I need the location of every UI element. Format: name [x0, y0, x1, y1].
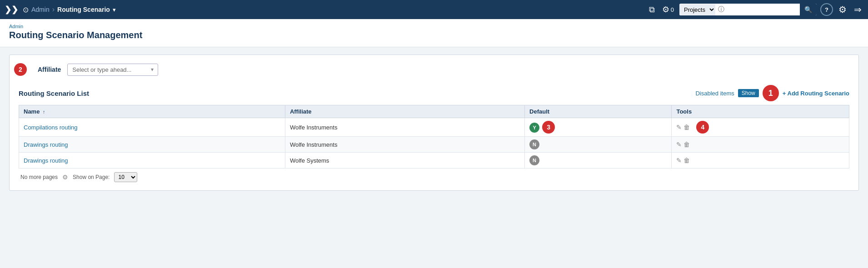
page-header: Admin Routing Scenario Management [0, 19, 868, 47]
main-content: 2 Affiliate Select or type ahead... ▾ Ro… [0, 47, 868, 198]
loading-gear-icon: ⚙ [62, 174, 68, 181]
breadcrumb-separator: › [52, 5, 55, 14]
affiliate-filter-row: 2 Affiliate Select or type ahead... ▾ [19, 63, 849, 76]
settings-icon-btn[interactable]: ⚙ [837, 2, 848, 17]
help-icon-btn[interactable]: ? [820, 3, 833, 16]
add-routing-scenario-btn[interactable]: + Add Routing Scenario [783, 90, 849, 97]
table-row: Compilations routingWolfe InstrumentsY3✎… [19, 118, 849, 137]
cell-name: Drawings routing [19, 137, 285, 153]
app-logo[interactable]: ❯❯ [5, 5, 18, 15]
admin-globe-icon: ⊙ [23, 5, 29, 14]
search-info-icon: ⓘ [715, 5, 727, 14]
gear-count: 0 [671, 6, 674, 13]
cell-name: Drawings routing [19, 153, 285, 169]
search-button[interactable]: 🔍 [800, 4, 817, 15]
status-badge-no: N [529, 155, 539, 165]
affiliate-label: Affiliate [38, 66, 61, 73]
search-scope-select[interactable]: Projects [679, 4, 715, 15]
cell-tools: ✎🗑 [672, 153, 849, 169]
col-header-default: Default [525, 105, 672, 118]
status-badge-no: N [529, 139, 539, 149]
gear-icon: ⚙ [662, 5, 669, 15]
delete-icon-btn[interactable]: 🗑 [683, 124, 690, 131]
col-header-name[interactable]: Name ↑ [19, 105, 285, 118]
cell-default: Y3 [525, 118, 672, 137]
show-disabled-btn[interactable]: Show [738, 89, 759, 97]
edit-icon-btn[interactable]: ✎ [676, 157, 682, 164]
table-footer: No more pages ⚙ Show on Page: 10 25 50 1… [19, 169, 849, 182]
col-header-tools: Tools [672, 105, 849, 118]
nav-right-controls: ⧉ ⚙ 0 Projects ⓘ 🔍 ? ⚙ ⇒ [647, 2, 863, 17]
edit-icon-btn[interactable]: ✎ [676, 141, 682, 148]
col-header-affiliate: Affiliate [285, 105, 524, 118]
delete-icon-btn[interactable]: 🗑 [683, 157, 690, 164]
delete-icon-btn[interactable]: 🗑 [683, 141, 690, 148]
table-row: Drawings routingWolfe InstrumentsN✎🗑 [19, 137, 849, 153]
top-navigation: ❯❯ ⊙ Admin › Routing Scenario ▾ ⧉ ⚙ 0 Pr… [0, 0, 868, 19]
list-header-row: Routing Scenario List Disabled items Sho… [19, 85, 849, 101]
cell-affiliate: Wolfe Instruments [285, 118, 524, 137]
status-badge-yes: Y [529, 123, 539, 133]
step-badge-1: 1 [763, 85, 779, 101]
sort-icon: ↑ [43, 109, 45, 114]
table-header-row: Name ↑ Affiliate Default Tools [19, 105, 849, 118]
cell-affiliate: Wolfe Systems [285, 153, 524, 169]
edit-icon-btn[interactable]: ✎ [676, 124, 682, 131]
cell-default: N [525, 153, 672, 169]
routing-scenario-table: Name ↑ Affiliate Default Tools Compilati… [19, 105, 849, 169]
cell-name: Compilations routing [19, 118, 285, 137]
search-input[interactable] [727, 5, 800, 15]
affiliate-select[interactable]: Select or type ahead... [67, 64, 158, 76]
page-title-nav: Routing Scenario [57, 6, 110, 13]
search-area: Projects ⓘ 🔍 [679, 4, 817, 15]
cell-tools: ✎🗑4 [672, 118, 849, 137]
affiliate-select-wrap: Select or type ahead... ▾ [67, 64, 158, 76]
show-on-page-label: Show on Page: [73, 174, 110, 180]
cell-default: N [525, 137, 672, 153]
cell-affiliate: Wolfe Instruments [285, 137, 524, 153]
page-title: Routing Scenario Management [9, 30, 859, 40]
cell-tools: ✎🗑 [672, 137, 849, 153]
nav-dropdown-arrow[interactable]: ▾ [113, 6, 116, 13]
disabled-items-label: Disabled items [695, 90, 734, 97]
breadcrumb: Admin [9, 24, 859, 29]
step-badge-2: 2 [14, 63, 27, 76]
gear-badge-btn[interactable]: ⚙ 0 [660, 3, 676, 16]
admin-nav-label[interactable]: Admin [31, 6, 50, 13]
table-row: Drawings routingWolfe SystemsN✎🗑 [19, 153, 849, 169]
camera-icon-btn[interactable]: ⧉ [647, 3, 657, 16]
logo-arrows-icon: ❯❯ [5, 5, 18, 15]
logout-icon-btn[interactable]: ⇒ [852, 2, 863, 17]
step-badge-3: 3 [542, 121, 555, 134]
no-more-pages-label: No more pages [20, 174, 58, 180]
content-card: 2 Affiliate Select or type ahead... ▾ Ro… [9, 55, 859, 191]
list-header-right: Disabled items Show 1 + Add Routing Scen… [695, 85, 849, 101]
step-badge-4: 4 [696, 121, 709, 134]
list-title: Routing Scenario List [19, 89, 89, 97]
show-on-page-select[interactable]: 10 25 50 100 [114, 172, 137, 182]
